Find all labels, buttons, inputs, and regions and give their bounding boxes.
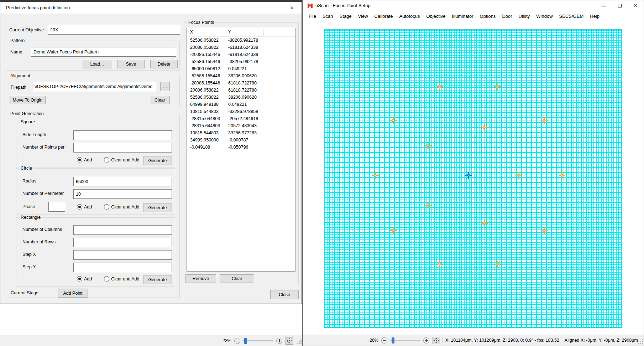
phase-field[interactable] (48, 202, 65, 212)
menu-window[interactable]: Window (533, 12, 556, 21)
zoom-in-icon[interactable] (276, 338, 282, 344)
right-zoom-slider[interactable] (390, 340, 420, 341)
focus-point-row[interactable]: 10815.544803-33286.978858 (187, 108, 295, 115)
pattern-name-field[interactable] (31, 47, 176, 57)
rectangle-add-radio[interactable] (77, 276, 82, 282)
focus-point-row[interactable]: -20086.155446-61818.624338 (187, 51, 295, 58)
focus-point-row[interactable]: 52586.05382238206.090620 (187, 94, 295, 101)
slider-handle[interactable] (392, 337, 394, 344)
close-icon[interactable]: × (286, 2, 298, 14)
close-button[interactable]: Close (270, 290, 299, 299)
save-button[interactable]: Save (117, 60, 145, 68)
menu-autofocus[interactable]: Autofocus (396, 12, 423, 21)
circle-clear-add-radio[interactable] (104, 204, 109, 210)
focus-marker-orange[interactable] (559, 172, 565, 179)
zoom-in-icon[interactable] (423, 337, 429, 344)
focus-marker-orange[interactable] (425, 143, 431, 149)
focus-marker-orange[interactable] (481, 124, 488, 131)
circle-generate-button[interactable]: Generate (143, 203, 172, 212)
add-point-button[interactable]: Add Point (58, 289, 88, 298)
columns-field[interactable] (73, 225, 172, 235)
menu-help[interactable]: Help (587, 12, 603, 21)
menu-utility[interactable]: Utility (515, 12, 533, 21)
zoom-out-icon[interactable] (381, 337, 387, 344)
menu-calibrate[interactable]: Calibrate (371, 12, 396, 21)
step-y-field[interactable] (73, 263, 172, 272)
focus-point-row[interactable]: 20086.053822-61818.624338 (187, 44, 295, 51)
focus-point-row[interactable]: 64999.9491880.049221 (187, 101, 295, 108)
menu-stage[interactable]: Stage (336, 12, 355, 21)
focus-marker-orange[interactable] (436, 261, 443, 268)
focus-point-row[interactable]: 20086.05382261818.722780 (187, 87, 295, 94)
pan-icon[interactable] (433, 337, 440, 344)
wafer-map[interactable] (324, 29, 622, 328)
current-objective-field[interactable] (48, 25, 180, 35)
menu-options[interactable]: Options (477, 12, 499, 21)
zoom-out-icon[interactable] (234, 338, 240, 344)
menu-objective[interactable]: Objective (423, 12, 449, 21)
focus-marker-orange[interactable] (425, 202, 431, 208)
radius-field[interactable] (73, 177, 172, 186)
focus-marker-orange[interactable] (494, 261, 501, 268)
rows-field[interactable] (73, 238, 172, 247)
focus-marker-orange[interactable] (436, 83, 443, 90)
focus-point-row[interactable]: 52586.053822-38205.992178 (187, 37, 295, 44)
pan-icon[interactable] (286, 337, 293, 345)
nscan-titlebar[interactable]: nScan - Focus Point Setup — × (303, 0, 644, 11)
focus-point-row[interactable]: 10815.54480333286.977283 (187, 129, 295, 136)
square-clear-add-radio[interactable] (104, 157, 109, 162)
browse-button[interactable]: ... (160, 82, 170, 91)
focus-marker-orange[interactable] (390, 227, 397, 234)
slider-handle[interactable] (244, 338, 247, 344)
menu-door[interactable]: Door (499, 12, 515, 21)
focus-point-row[interactable]: -65000.0508120.049221 (187, 65, 295, 72)
focus-point-row[interactable]: -0.049188-0.050796 (187, 144, 295, 151)
maximize-icon[interactable] (612, 0, 628, 11)
alignment-clear-button[interactable]: Clear (150, 96, 170, 104)
focus-marker-orange[interactable] (390, 117, 397, 124)
left-zoom-slider[interactable] (243, 340, 273, 341)
focus-point-row[interactable]: -52586.15544638206.090620 (187, 72, 295, 79)
focus-point-x: 52586.053822 (187, 38, 225, 43)
window-close-icon[interactable]: × (628, 0, 644, 11)
focus-point-row[interactable]: -28315.64480320572.483043 (187, 122, 295, 129)
rectangle-generate-button[interactable]: Generate (143, 275, 172, 284)
focus-point-row[interactable]: -20086.15544661818.722780 (187, 79, 295, 87)
minimize-icon[interactable]: — (596, 0, 612, 11)
filepath-field[interactable] (32, 82, 156, 91)
focus-marker-orange[interactable] (541, 117, 548, 124)
delete-button[interactable]: Delete (150, 60, 178, 68)
remove-button[interactable]: Remove (185, 274, 216, 283)
step-x-field[interactable] (73, 250, 172, 260)
menu-file[interactable]: File (305, 12, 319, 21)
focus-point-row[interactable]: -52586.155446-38205.992178 (187, 58, 295, 65)
points-per-field[interactable] (73, 143, 172, 153)
focus-point-row[interactable]: -28315.644803-20572.484618 (187, 115, 295, 122)
circle-add-radio[interactable] (77, 204, 82, 210)
load-button[interactable]: Load... (82, 60, 112, 68)
side-length-field[interactable] (73, 130, 172, 140)
resize-grip-icon[interactable] (297, 340, 302, 345)
menu-view[interactable]: View (355, 12, 371, 21)
focus-marker-blue[interactable] (465, 172, 472, 179)
focus-marker-orange[interactable] (494, 83, 501, 90)
menu-secs-gem[interactable]: SECS/GEM (556, 12, 587, 21)
column-header-x[interactable]: X (190, 30, 193, 35)
focus-marker-orange[interactable] (541, 227, 548, 234)
focus-marker-orange[interactable] (372, 172, 379, 179)
square-add-radio[interactable] (77, 157, 82, 162)
focus-marker-orange[interactable] (481, 220, 488, 227)
move-to-origin-button[interactable]: Move To Origin (10, 96, 46, 104)
resize-grip-icon[interactable] (638, 339, 643, 345)
focus-point-row[interactable]: 34999.950000-0.000787 (187, 136, 295, 144)
rectangle-clear-add-radio[interactable] (104, 276, 109, 282)
column-header-y[interactable]: Y (228, 30, 231, 35)
square-generate-button[interactable]: Generate (143, 156, 172, 165)
focus-points-list[interactable]: X Y 52586.053822-38205.99217820086.05382… (187, 28, 295, 272)
menu-illuminator[interactable]: Illuminator (449, 12, 477, 21)
focus-marker-orange[interactable] (515, 172, 522, 179)
focus-clear-button[interactable]: Clear (220, 274, 254, 283)
dialog-titlebar[interactable]: Predictive focus point definition × (0, 2, 302, 14)
perimeter-field[interactable] (73, 189, 172, 199)
menu-scan[interactable]: Scan (319, 12, 336, 21)
